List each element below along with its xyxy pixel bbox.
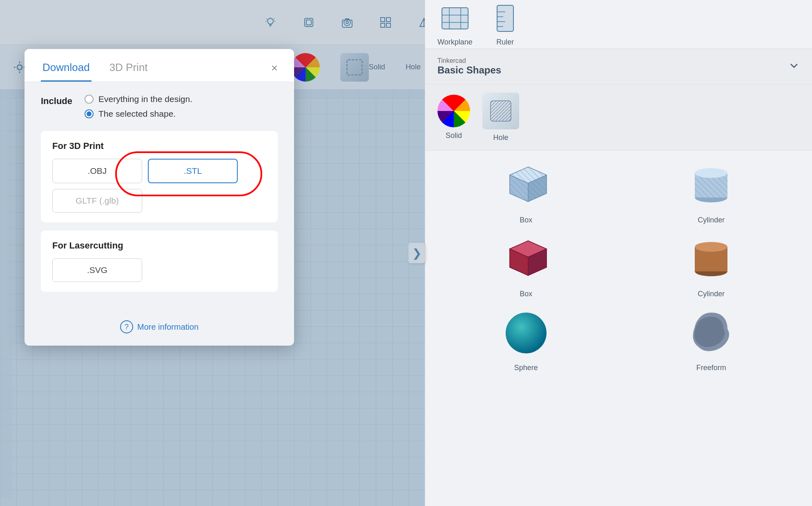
svg-rect-37	[442, 8, 468, 29]
workplane-label: Workplane	[437, 38, 473, 47]
shape-item-box-blue[interactable]: Box	[437, 159, 615, 224]
radio-selected[interactable]: The selected shape.	[85, 109, 192, 119]
shape-thumb-cylinder-brown	[685, 233, 738, 286]
ruler-item[interactable]: Ruler	[489, 2, 522, 47]
more-info-link[interactable]: ? More information	[120, 320, 199, 333]
svg-point-66	[695, 242, 727, 252]
svg-point-67	[506, 313, 547, 353]
format-buttons-laser: .SVG	[52, 258, 266, 282]
format-btn-gltf[interactable]: GLTF (.glb)	[52, 189, 142, 213]
shape-thumb-sphere-teal	[500, 306, 553, 360]
shape-item-box-red[interactable]: Box	[437, 233, 615, 298]
workplane-item[interactable]: Workplane	[437, 2, 473, 47]
hole-type-item[interactable]: Hole	[482, 93, 519, 142]
tab-download[interactable]: Download	[41, 61, 91, 82]
dropdown-chevron-icon[interactable]	[788, 60, 800, 73]
tinkercad-label: Tinkercad	[437, 57, 501, 64]
modal-overlay: Download 3D Print × Include Everything i…	[0, 0, 425, 506]
format-buttons-3d: .OBJ .STL	[52, 159, 266, 183]
solid-type-label: Solid	[446, 131, 462, 140]
radio-circle-everything	[85, 95, 94, 104]
svg-rect-42	[497, 5, 513, 31]
shape-name-freeform: Freeform	[696, 364, 726, 372]
radio-everything-label: Everything in the design.	[98, 94, 192, 104]
shape-name-box-blue: Box	[520, 216, 532, 224]
shape-name-cylinder-brown: Cylinder	[698, 290, 725, 298]
shape-thumb-cylinder-blue	[685, 159, 738, 212]
modal-header: Download 3D Print ×	[25, 49, 294, 82]
svg-point-59	[695, 168, 727, 178]
ruler-icon	[489, 2, 522, 35]
shape-type-area: Solid Hole	[425, 84, 812, 151]
workplane-ruler-area: Workplane Ruler	[425, 0, 812, 49]
radio-group: Everything in the design. The selected s…	[85, 94, 192, 119]
shape-item-cylinder-brown[interactable]: Cylinder	[623, 233, 800, 298]
shape-name-cylinder-blue: Cylinder	[698, 216, 725, 224]
ruler-label: Ruler	[496, 38, 514, 47]
shape-thumb-freeform	[685, 306, 738, 360]
include-label: Include	[41, 94, 72, 107]
svg-marker-54	[510, 167, 547, 202]
modal-close-button[interactable]: ×	[271, 62, 278, 81]
hole-shape-display	[482, 93, 519, 129]
tinkercad-info: Tinkercad Basic Shapes	[437, 57, 501, 76]
format-section-3d-print: For 3D Print .OBJ .STL GLTF (.glb)	[41, 131, 278, 222]
format-btn-obj[interactable]: .OBJ	[52, 159, 142, 183]
radio-selected-label: The selected shape.	[98, 109, 176, 119]
tab-3d-print[interactable]: 3D Print	[108, 61, 149, 82]
svg-rect-48	[491, 101, 511, 121]
format-section-lasercutting: For Lasercutting .SVG	[41, 231, 278, 292]
export-modal: Download 3D Print × Include Everything i…	[25, 49, 294, 346]
shape-thumb-box-red	[500, 233, 553, 286]
for-lasercutting-title: For Lasercutting	[52, 240, 266, 251]
shape-name-sphere: Sphere	[514, 364, 538, 372]
modal-footer: ? More information	[25, 312, 294, 346]
basic-shapes-label: Basic Shapes	[437, 64, 501, 76]
more-info-label: More information	[137, 322, 199, 332]
right-panel: Workplane Ruler Tinkercad Basic Shapes	[425, 0, 812, 506]
workplane-icon	[439, 2, 471, 35]
shape-name-box-red: Box	[520, 290, 532, 298]
format-btn-stl[interactable]: .STL	[148, 159, 238, 183]
tinkercad-dropdown[interactable]: Tinkercad Basic Shapes	[425, 49, 812, 84]
shape-item-freeform[interactable]: Freeform	[623, 306, 800, 372]
for-3d-print-title: For 3D Print	[52, 141, 266, 151]
multicolor-sphere-icon	[437, 95, 470, 127]
solid-type-item[interactable]: Solid	[437, 95, 470, 140]
shape-grid: Box Cylinder	[425, 151, 812, 380]
format-btn-svg[interactable]: .SVG	[52, 258, 142, 282]
shape-thumb-box-blue	[500, 159, 553, 212]
shape-item-sphere-teal[interactable]: Sphere	[437, 306, 615, 372]
shape-item-cylinder-blue[interactable]: Cylinder	[623, 159, 800, 224]
more-info-icon: ?	[120, 320, 133, 333]
hole-type-label: Hole	[493, 133, 508, 142]
modal-tabs: Download 3D Print	[41, 61, 149, 82]
stl-wrapper: .STL	[148, 159, 238, 183]
radio-circle-selected	[85, 109, 94, 118]
modal-body: Include Everything in the design. The se…	[25, 82, 294, 312]
format-gltf-row: GLTF (.glb)	[52, 189, 266, 213]
radio-everything[interactable]: Everything in the design.	[85, 94, 192, 104]
include-section: Include Everything in the design. The se…	[41, 94, 278, 119]
